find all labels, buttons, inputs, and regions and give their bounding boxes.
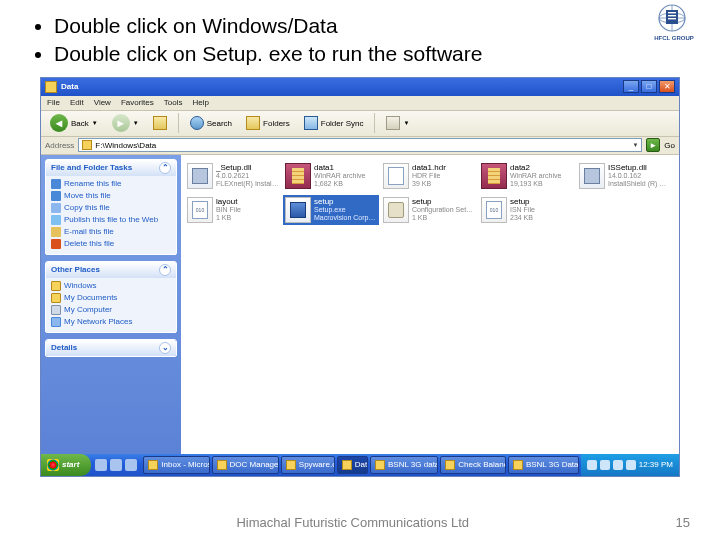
start-button[interactable]: start xyxy=(41,454,91,476)
svg-text:HFCL GROUP: HFCL GROUP xyxy=(654,35,694,41)
quick-launch xyxy=(91,459,141,471)
views-icon xyxy=(386,116,400,130)
file-item[interactable]: setupISN File234 KB xyxy=(479,195,575,225)
file-name: data2 xyxy=(510,163,573,172)
net-icon xyxy=(51,317,61,327)
folders-button[interactable]: Folders xyxy=(241,114,295,132)
toolbar-separator xyxy=(178,113,179,133)
file-name: setup xyxy=(510,197,573,206)
tray-icon[interactable] xyxy=(600,460,610,470)
tray-icon[interactable] xyxy=(587,460,597,470)
tray-icon[interactable] xyxy=(613,460,623,470)
task-delete[interactable]: Delete this file xyxy=(51,239,171,249)
file-item[interactable]: setupConfiguration Settings1 KB xyxy=(381,195,477,225)
menu-view[interactable]: View xyxy=(94,98,111,107)
folder-icon xyxy=(45,81,57,93)
panel-header[interactable]: Other Places ⌃ xyxy=(46,262,176,278)
folder-icon xyxy=(51,281,61,291)
task-label: Rename this file xyxy=(64,179,121,188)
file-desc: Configuration Settings xyxy=(412,206,475,214)
folders-label: Folders xyxy=(263,119,290,128)
company-logo: HFCL GROUP xyxy=(650,4,698,42)
window-titlebar: Data _ □ ✕ xyxy=(41,78,679,96)
task-move[interactable]: Move this file xyxy=(51,191,171,201)
menu-tools[interactable]: Tools xyxy=(164,98,183,107)
file-item[interactable]: _Setup.dll4.0.0.2621FLEXnet(R) InstallSh… xyxy=(185,161,281,191)
task-publish[interactable]: Publish this file to the Web xyxy=(51,215,171,225)
file-name: data1.hdr xyxy=(412,163,475,172)
file-desc: BIN File xyxy=(216,206,279,214)
sync-button[interactable]: Folder Sync xyxy=(299,114,369,132)
panel-header[interactable]: File and Folder Tasks ⌃ xyxy=(46,160,176,176)
svg-rect-3 xyxy=(668,12,676,13)
panel-file-tasks: File and Folder Tasks ⌃ Rename this file… xyxy=(45,159,177,255)
chevron-down-icon: ▼ xyxy=(133,120,139,126)
close-button[interactable]: ✕ xyxy=(659,80,675,93)
clock[interactable]: 12:39 PM xyxy=(639,460,673,469)
tray-icon[interactable] xyxy=(626,460,636,470)
taskbar-button[interactable]: Data xyxy=(337,456,368,474)
taskbar-button[interactable]: Spyware.com xyxy=(281,456,335,474)
taskbar-button[interactable]: DOC Manage Wi... xyxy=(212,456,279,474)
file-item[interactable]: layoutBIN File1 KB xyxy=(185,195,281,225)
up-button[interactable] xyxy=(148,114,172,132)
taskbar-button[interactable]: Check Balance.t... xyxy=(440,456,506,474)
task-label: BSNL 3G Data Card xyxy=(526,460,579,469)
exe-file-icon xyxy=(285,197,311,223)
taskbar-button[interactable]: BSNL 3G data co... xyxy=(370,456,438,474)
menu-favorites[interactable]: Favorites xyxy=(121,98,154,107)
task-rename[interactable]: Rename this file xyxy=(51,179,171,189)
file-item[interactable]: data1WinRAR archive1,682 KB xyxy=(283,161,379,191)
quick-launch-icon[interactable] xyxy=(95,459,107,471)
chevron-down-icon[interactable]: ▼ xyxy=(632,142,638,148)
dll-file-icon xyxy=(579,163,605,189)
place-item[interactable]: Windows xyxy=(51,281,171,291)
panel-header[interactable]: Details ⌄ xyxy=(46,340,176,356)
file-item[interactable]: data1.hdrHDR File39 KB xyxy=(381,161,477,191)
file-desc: InstallShield (R) Setup Engine xyxy=(608,180,671,188)
minimize-button[interactable]: _ xyxy=(623,80,639,93)
quick-launch-icon[interactable] xyxy=(110,459,122,471)
file-item[interactable]: setupSetup.exeMacrovision Corporation xyxy=(283,195,379,225)
menu-help[interactable]: Help xyxy=(192,98,208,107)
ini-file-icon xyxy=(383,197,409,223)
search-button[interactable]: Search xyxy=(185,114,237,132)
maximize-button[interactable]: □ xyxy=(641,80,657,93)
taskbar-button[interactable]: Inbox - Microsoft... xyxy=(143,456,209,474)
svg-rect-5 xyxy=(668,18,676,19)
publish-icon xyxy=(51,215,61,225)
task-email[interactable]: E-mail this file xyxy=(51,227,171,237)
views-button[interactable]: ▼ xyxy=(381,114,414,132)
bin-file-icon xyxy=(187,197,213,223)
file-name: _Setup.dll xyxy=(216,163,279,172)
panel-details: Details ⌄ xyxy=(45,339,177,357)
forward-button[interactable]: ► ▼ xyxy=(107,112,144,134)
menu-edit[interactable]: Edit xyxy=(70,98,84,107)
place-item[interactable]: My Network Places xyxy=(51,317,171,327)
file-item[interactable]: ISSetup.dll14.0.0.162InstallShield (R) S… xyxy=(577,161,673,191)
copy-icon xyxy=(51,203,61,213)
file-desc: HDR File xyxy=(412,172,475,180)
place-item[interactable]: My Documents xyxy=(51,293,171,303)
task-copy[interactable]: Copy this file xyxy=(51,203,171,213)
folder-icon xyxy=(51,293,61,303)
taskbar-button[interactable]: BSNL 3G Data Card xyxy=(508,456,579,474)
quick-launch-icon[interactable] xyxy=(125,459,137,471)
place-label: My Documents xyxy=(64,293,117,302)
taskbar: start Inbox - Microsoft...DOC Manage Wi.… xyxy=(41,454,679,476)
file-item[interactable]: data2WinRAR archive19,193 KB xyxy=(479,161,575,191)
go-button[interactable]: ► xyxy=(646,138,660,152)
place-item[interactable]: My Computer xyxy=(51,305,171,315)
menu-file[interactable]: File xyxy=(47,98,60,107)
email-icon xyxy=(51,227,61,237)
chevron-down-icon: ▼ xyxy=(403,120,409,126)
address-field[interactable]: F:\Windows\Data ▼ xyxy=(78,138,642,152)
file-desc: Macrovision Corporation xyxy=(314,214,377,222)
dll-file-icon xyxy=(187,163,213,189)
task-label: DOC Manage Wi... xyxy=(230,460,279,469)
file-desc: FLEXnet(R) InstallShield(R) S... xyxy=(216,180,279,188)
back-button[interactable]: ◄ Back ▼ xyxy=(45,112,103,134)
up-folder-icon xyxy=(153,116,167,130)
search-icon xyxy=(190,116,204,130)
toolbar: ◄ Back ▼ ► ▼ Search Folders Folder Sync xyxy=(41,111,679,137)
